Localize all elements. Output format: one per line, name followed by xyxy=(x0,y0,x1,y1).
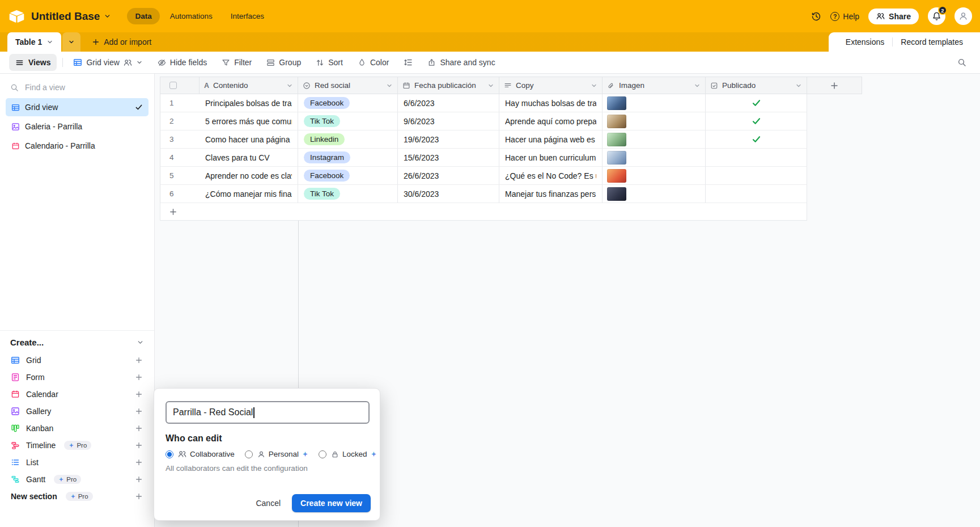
table-row[interactable]: 6 ¿Cómo manejar mis finan... Tik Tok 30/… xyxy=(160,185,807,203)
option-locked[interactable]: Locked xyxy=(319,450,377,458)
cell-red-social[interactable]: Facebook xyxy=(298,167,398,185)
column-header-copy[interactable]: Copy xyxy=(499,77,603,94)
column-header-red-social[interactable]: Red social xyxy=(298,77,398,94)
cell-imagen[interactable] xyxy=(603,149,706,167)
image-thumbnail[interactable] xyxy=(607,115,626,128)
cell-publicado[interactable] xyxy=(706,167,807,185)
plus-icon[interactable] xyxy=(135,458,143,466)
cell-publicado[interactable] xyxy=(706,149,807,167)
table-row[interactable]: 2 5 errores más que comun... Tik Tok 9/6… xyxy=(160,112,807,130)
cell-fecha-publicacion[interactable]: 6/6/2023 xyxy=(398,94,499,112)
hide-fields-button[interactable]: Hide fields xyxy=(153,54,211,70)
chevron-down-icon[interactable] xyxy=(795,82,802,89)
cell-red-social[interactable]: Instagram xyxy=(298,149,398,167)
cell-contenido[interactable]: Como hacer una página w... xyxy=(200,130,298,149)
cell-publicado[interactable] xyxy=(706,185,807,203)
cell-copy[interactable]: ¿Qué es el No Code? Es u... xyxy=(499,167,603,185)
add-or-import-button[interactable]: Add or import xyxy=(92,37,151,47)
chevron-down-icon[interactable] xyxy=(694,82,701,89)
image-thumbnail[interactable] xyxy=(607,96,626,110)
cell-contenido[interactable]: 5 errores más que comun... xyxy=(200,112,298,130)
find-view-input[interactable] xyxy=(24,82,126,92)
option-personal[interactable]: Personal xyxy=(245,450,308,458)
airtable-logo-icon[interactable] xyxy=(9,9,24,24)
create-item-timeline[interactable]: Timeline Pro xyxy=(0,437,154,454)
grid-view-button[interactable]: Grid view xyxy=(69,54,147,70)
table-row[interactable]: 4 Claves para tu CV Instagram 15/6/2023 … xyxy=(160,149,807,167)
row-number-cell[interactable]: 2 xyxy=(160,112,200,130)
plus-icon[interactable] xyxy=(135,407,143,415)
personal-radio[interactable] xyxy=(245,450,253,458)
column-header-imagen[interactable]: Imagen xyxy=(603,77,706,94)
cell-imagen[interactable] xyxy=(603,167,706,185)
nav-tab-interfaces[interactable]: Interfaces xyxy=(223,8,272,24)
row-number-cell[interactable]: 3 xyxy=(160,130,200,149)
table-tab-table1[interactable]: Table 1 xyxy=(7,32,61,52)
cell-copy[interactable]: Hay muchas bolsas de tra... xyxy=(499,94,603,112)
plus-icon[interactable] xyxy=(135,475,143,483)
plus-icon[interactable] xyxy=(135,373,143,381)
chevron-down-icon[interactable] xyxy=(591,82,597,89)
history-button[interactable] xyxy=(811,11,821,22)
cell-red-social[interactable]: Tik Tok xyxy=(298,112,398,130)
cell-contenido[interactable]: ¿Cómo manejar mis finan... xyxy=(200,185,298,203)
cell-publicado[interactable] xyxy=(706,112,807,130)
cell-publicado[interactable] xyxy=(706,130,807,149)
chevron-down-icon[interactable] xyxy=(286,82,293,89)
plus-icon[interactable] xyxy=(135,356,143,364)
cell-imagen[interactable] xyxy=(603,130,706,149)
table-row[interactable]: 5 Aprender no code es clave Facebook 26/… xyxy=(160,167,807,185)
chevron-down-icon[interactable] xyxy=(487,82,494,89)
record-templates-button[interactable]: Record templates xyxy=(893,37,971,47)
row-number-cell[interactable]: 4 xyxy=(160,149,200,167)
locked-radio[interactable] xyxy=(319,450,326,458)
cell-imagen[interactable] xyxy=(603,94,706,112)
create-item-form[interactable]: Form xyxy=(0,369,154,386)
views-toggle-button[interactable]: Views xyxy=(9,54,57,71)
add-field-button[interactable] xyxy=(807,77,862,94)
cell-imagen[interactable] xyxy=(603,112,706,130)
cell-contenido[interactable]: Principales bolsas de trab... xyxy=(200,94,298,112)
create-new-view-button[interactable]: Create new view xyxy=(292,494,371,512)
row-height-button[interactable] xyxy=(399,54,417,70)
nav-tab-data[interactable]: Data xyxy=(127,8,159,24)
collaborative-radio[interactable] xyxy=(166,450,173,458)
create-section-header[interactable]: Create... xyxy=(10,338,144,347)
image-thumbnail[interactable] xyxy=(607,133,626,146)
cell-red-social[interactable]: Tik Tok xyxy=(298,185,398,203)
chevron-down-icon[interactable] xyxy=(46,39,53,45)
cell-fecha-publicacion[interactable]: 26/6/2023 xyxy=(398,167,499,185)
create-item-grid[interactable]: Grid xyxy=(0,352,154,369)
image-thumbnail[interactable] xyxy=(607,187,626,201)
table-list-dropdown[interactable] xyxy=(62,32,80,52)
cell-publicado[interactable] xyxy=(706,94,807,112)
cell-fecha-publicacion[interactable]: 19/6/2023 xyxy=(398,130,499,149)
column-header-contenido[interactable]: A Contenido xyxy=(200,77,298,94)
cell-red-social[interactable]: Linkedin xyxy=(298,130,398,149)
cell-contenido[interactable]: Aprender no code es clave xyxy=(200,167,298,185)
filter-button[interactable]: Filter xyxy=(217,54,256,70)
extensions-button[interactable]: Extensions xyxy=(838,37,892,47)
create-item-list[interactable]: List xyxy=(0,454,154,471)
select-all-checkbox[interactable] xyxy=(169,82,177,89)
chevron-down-icon[interactable] xyxy=(386,82,393,89)
cell-copy[interactable]: Hacer un buen curriculum... xyxy=(499,149,603,167)
cell-red-social[interactable]: Facebook xyxy=(298,94,398,112)
cell-fecha-publicacion[interactable]: 9/6/2023 xyxy=(398,112,499,130)
notifications-button[interactable]: 2 xyxy=(928,7,945,25)
cell-fecha-publicacion[interactable]: 15/6/2023 xyxy=(398,149,499,167)
view-name-input[interactable]: Parrilla - Red Social xyxy=(166,401,370,424)
create-item-calendar[interactable]: Calendar xyxy=(0,386,154,403)
share-and-sync-button[interactable]: Share and sync xyxy=(423,54,499,70)
create-item-kanban[interactable]: Kanban xyxy=(0,420,154,437)
view-item-calendario-parrilla[interactable]: Calendario - Parrilla xyxy=(6,137,149,155)
row-number-cell[interactable]: 6 xyxy=(160,185,200,203)
base-title[interactable]: Untitled Base xyxy=(31,10,111,23)
view-item-galeria-parrilla[interactable]: Galeria - Parrilla xyxy=(6,117,149,136)
option-collaborative[interactable]: Collaborative xyxy=(166,450,235,458)
cancel-button[interactable]: Cancel xyxy=(249,495,287,512)
cell-copy[interactable]: Aprende aquí como prepa... xyxy=(499,112,603,130)
row-number-cell[interactable]: 5 xyxy=(160,167,200,185)
search-button[interactable] xyxy=(953,54,971,70)
cell-copy[interactable]: Manejar tus finanzas pers... xyxy=(499,185,603,203)
